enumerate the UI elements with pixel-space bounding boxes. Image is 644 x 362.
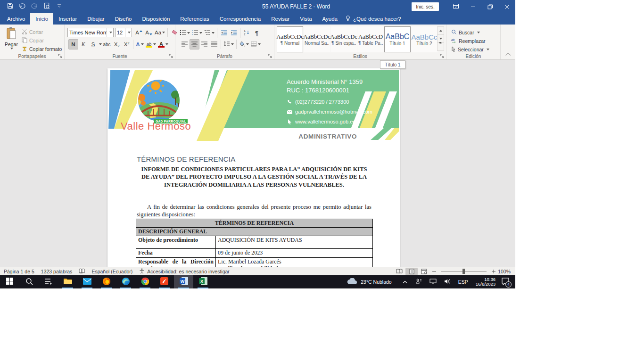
- table-row[interactable]: DESCRIPCIÓN GENERAL: [136, 228, 373, 236]
- weather-widget[interactable]: 23°C Nublado: [347, 278, 392, 286]
- clock[interactable]: 10:36 16/8/2023: [476, 277, 495, 287]
- font-size-select[interactable]: 12: [115, 28, 132, 37]
- row-label-cell[interactable]: Responsable de la Dirección Requirente: [136, 258, 216, 267]
- volume-icon[interactable]: [444, 279, 451, 286]
- tab-diseno[interactable]: Diseño: [110, 13, 137, 25]
- style-normal-sa[interactable]: AaBbCcDcNormal Sa...: [304, 26, 330, 52]
- ribbon-display-button[interactable]: [447, 0, 464, 13]
- status-words[interactable]: 1323 palabras: [41, 269, 73, 274]
- paragraph-dialog-launcher[interactable]: [268, 53, 273, 58]
- restore-button[interactable]: [481, 0, 498, 13]
- superscript-button[interactable]: X2: [122, 39, 132, 49]
- word-button[interactable]: W: [174, 275, 193, 288]
- styles-dialog-launcher[interactable]: [440, 53, 445, 58]
- tab-correspondencia[interactable]: Correspondencia: [215, 13, 266, 25]
- find-button[interactable]: Buscar: [451, 28, 480, 36]
- foxit-button[interactable]: [155, 275, 174, 288]
- tab-insertar[interactable]: Insertar: [53, 13, 82, 25]
- underline-button[interactable]: S: [88, 39, 98, 49]
- qat-customize-button[interactable]: [54, 1, 64, 12]
- subscript-button[interactable]: X2: [112, 39, 122, 49]
- italic-button[interactable]: K: [78, 39, 88, 49]
- bullets-button[interactable]: [179, 28, 191, 38]
- zoom-slider[interactable]: [441, 271, 487, 272]
- collapse-ribbon-button[interactable]: [505, 51, 511, 58]
- tab-archivo[interactable]: Archivo: [2, 13, 30, 25]
- row-label-cell[interactable]: Objeto de procedimiento: [136, 236, 216, 249]
- align-center-button[interactable]: [190, 39, 199, 49]
- bold-button[interactable]: N: [68, 39, 78, 49]
- cut-button[interactable]: Cortar: [22, 28, 43, 36]
- document-page[interactable]: Valle Hermoso GAD PARROQUIAL Acuerdo Min…: [107, 68, 400, 267]
- font-color-button[interactable]: A: [157, 39, 169, 49]
- edge-button[interactable]: [116, 275, 135, 288]
- zoom-in-button[interactable]: [489, 268, 498, 275]
- tell-me-box[interactable]: ¿Qué desea hacer?: [346, 13, 401, 25]
- align-left-button[interactable]: [180, 39, 190, 49]
- status-page[interactable]: Página 1 de 5: [4, 269, 34, 274]
- row-value-cell[interactable]: Lic. Maribel Lozada Garcés Auxiliar de C…: [216, 258, 373, 267]
- tab-referencias[interactable]: Referencias: [175, 13, 214, 25]
- zoom-slider-thumb[interactable]: [462, 269, 465, 274]
- meet-now-icon[interactable]: [415, 278, 422, 286]
- copy-button[interactable]: Copiar: [22, 36, 44, 44]
- style-table-paragraph[interactable]: AaBbCcD¶ Table Pa...: [357, 26, 384, 52]
- tdr-table[interactable]: TÉRMINOS DE REFERENCIA DESCRIPCIÓN GENER…: [136, 219, 373, 267]
- highlight-button[interactable]: ab: [145, 39, 157, 49]
- table-row[interactable]: TÉRMINOS DE REFERENCIA: [136, 219, 373, 228]
- align-right-button[interactable]: [199, 39, 209, 49]
- view-web-layout-button[interactable]: [418, 268, 430, 275]
- show-marks-button[interactable]: ¶: [252, 28, 262, 38]
- close-button[interactable]: [498, 0, 515, 13]
- firefox-button[interactable]: [97, 275, 116, 288]
- minimize-button[interactable]: [464, 0, 481, 13]
- signin-button[interactable]: Inic. ses.: [412, 2, 439, 11]
- explorer-button[interactable]: [58, 275, 77, 288]
- row-label-cell[interactable]: Fecha: [136, 249, 216, 258]
- table-row[interactable]: Objeto de procedimiento ADQUISICIÓN DE K…: [136, 236, 373, 249]
- save-button[interactable]: [5, 1, 15, 12]
- font-dialog-launcher[interactable]: [169, 53, 174, 58]
- view-print-layout-button[interactable]: [405, 268, 418, 275]
- shading-button[interactable]: [238, 39, 250, 49]
- undo-button[interactable]: [17, 1, 27, 12]
- tab-ayuda[interactable]: Ayuda: [317, 13, 343, 25]
- tab-disposicion[interactable]: Disposición: [137, 13, 175, 25]
- zoom-percent[interactable]: 100%: [498, 269, 511, 274]
- style-titulo-2[interactable]: AaBbCcTítulo 2: [411, 26, 438, 52]
- replace-button[interactable]: ab Reemplazar: [451, 37, 486, 45]
- network-icon[interactable]: [429, 279, 437, 286]
- increase-indent-button[interactable]: [229, 28, 239, 38]
- row-value-cell[interactable]: 09 de junio de 2023: [216, 249, 373, 258]
- doc-subject[interactable]: INFORME DE CONDICIONES PARTICULARES PARA…: [137, 165, 372, 189]
- grow-font-button[interactable]: A: [134, 27, 144, 38]
- doc-intro[interactable]: A fin de determinar las condiciones gene…: [137, 204, 372, 218]
- tab-vista[interactable]: Vista: [295, 13, 317, 25]
- language-indicator[interactable]: ESP: [458, 279, 468, 285]
- department-label[interactable]: ADMINISTRATIVO: [298, 133, 357, 140]
- view-read-mode-button[interactable]: [393, 268, 405, 275]
- notification-button[interactable]: 4: [501, 278, 510, 287]
- tab-inicio[interactable]: Inicio: [30, 13, 53, 25]
- numbering-button[interactable]: [191, 28, 203, 38]
- justify-button[interactable]: [209, 39, 219, 49]
- borders-button[interactable]: [250, 39, 262, 49]
- sort-button[interactable]: AZ: [242, 28, 252, 38]
- table-row[interactable]: Fecha 09 de junio de 2023: [136, 249, 373, 258]
- row-value-cell[interactable]: ADQUISICIÓN DE KITS AYUDAS: [216, 236, 373, 249]
- text-effects-button[interactable]: A: [135, 39, 145, 49]
- excel-button[interactable]: X: [193, 275, 213, 288]
- multilevel-list-button[interactable]: [203, 28, 215, 38]
- table-title-cell[interactable]: TÉRMINOS DE REFERENCIA: [136, 219, 373, 228]
- line-spacing-button[interactable]: [223, 39, 235, 49]
- style-titulo-1[interactable]: AaBbCTítulo 1: [384, 26, 411, 52]
- select-button[interactable]: Seleccionar: [451, 45, 489, 53]
- tray-chevron-button[interactable]: [403, 279, 407, 285]
- tab-revisar[interactable]: Revisar: [266, 13, 295, 25]
- styles-more-button[interactable]: [437, 42, 444, 51]
- styles-scroll-up-button[interactable]: [437, 26, 444, 35]
- chrome-button[interactable]: [135, 275, 155, 288]
- search-button[interactable]: [19, 275, 39, 288]
- clipboard-dialog-launcher[interactable]: [58, 53, 63, 58]
- doc-heading[interactable]: TÉRMINOS DE REFERENCIA: [137, 155, 235, 163]
